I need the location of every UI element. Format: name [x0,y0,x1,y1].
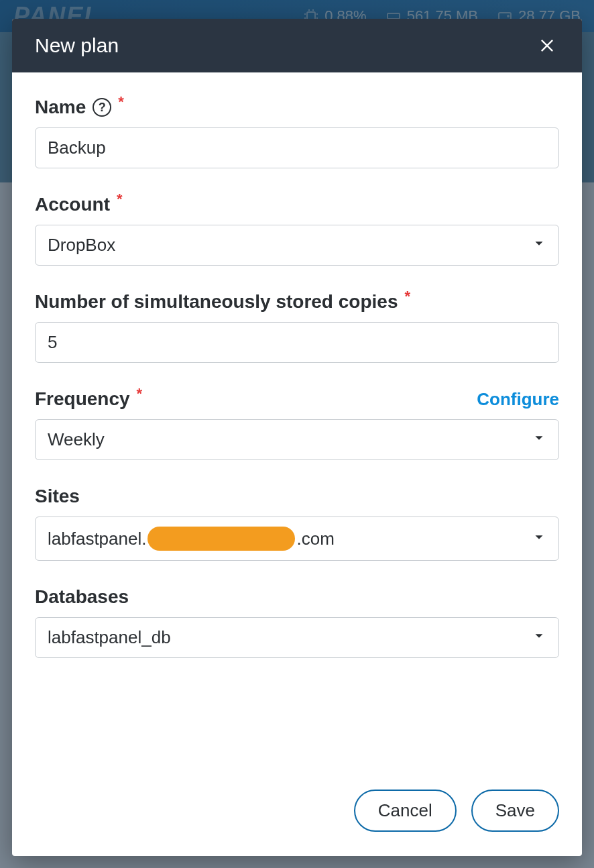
frequency-select[interactable]: Weekly [35,419,559,460]
modal-body: Name ? * Account * DropBox [12,72,582,771]
frequency-label: Frequency [35,388,130,410]
copies-input[interactable] [35,322,559,363]
name-label: Name [35,97,86,118]
account-value: DropBox [48,235,524,256]
modal-header: New plan [12,19,582,72]
modal-footer: Cancel Save [12,771,582,856]
copies-label: Number of simultaneously stored copies [35,291,398,313]
chevron-down-icon [532,627,546,648]
required-marker: * [117,191,123,208]
frequency-field: Frequency * Configure Weekly [35,388,559,460]
sites-field: Sites labfastpanel. .com [35,486,559,561]
databases-select[interactable]: labfastpanel_db [35,617,559,658]
chevron-down-icon [532,429,546,450]
copies-field: Number of simultaneously stored copies * [35,291,559,363]
account-select[interactable]: DropBox [35,225,559,266]
sites-select[interactable]: labfastpanel. .com [35,517,559,561]
sites-label: Sites [35,486,80,507]
frequency-value: Weekly [48,429,524,450]
new-plan-modal: New plan Name ? * Account * [12,19,582,856]
account-label: Account [35,194,110,215]
name-field: Name ? * [35,97,559,168]
databases-label: Databases [35,586,129,608]
close-button[interactable] [535,34,559,58]
chevron-down-icon [532,235,546,256]
account-field: Account * DropBox [35,194,559,266]
modal-title: New plan [35,34,119,57]
sites-suffix: .com [296,529,334,549]
cancel-button[interactable]: Cancel [354,790,457,832]
databases-field: Databases labfastpanel_db [35,586,559,658]
databases-value: labfastpanel_db [48,627,524,648]
chevron-down-icon [532,529,546,549]
sites-prefix: labfastpanel. [48,529,146,549]
sites-value: labfastpanel. .com [48,527,524,551]
configure-link[interactable]: Configure [477,389,559,410]
redacted-domain [147,527,295,551]
help-icon[interactable]: ? [93,98,111,117]
name-input[interactable] [35,127,559,168]
save-button[interactable]: Save [471,790,559,832]
required-marker: * [404,288,410,305]
close-icon [538,36,556,55]
required-marker: * [137,385,143,402]
required-marker: * [118,93,124,111]
